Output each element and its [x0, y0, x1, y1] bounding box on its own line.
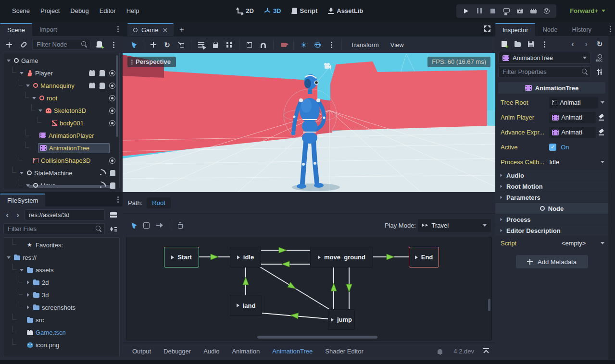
visibility-icon[interactable]	[109, 120, 115, 126]
filesystem-item-res-[interactable]: res://	[3, 251, 119, 264]
move-tool-icon[interactable]	[147, 39, 160, 51]
save-resource-icon[interactable]	[525, 38, 537, 49]
play-custom-scene-icon[interactable]	[527, 6, 539, 16]
scene-tree-item-body001[interactable]: body001	[3, 117, 119, 129]
3d-viewport[interactable]: Perspective FPS: 60 (16.67 ms)	[123, 53, 495, 192]
scale-tool-icon[interactable]	[175, 39, 188, 51]
checkbox-checked[interactable]: ✓	[549, 144, 556, 151]
transition-arrow-icon[interactable]	[282, 261, 289, 267]
list-select-icon[interactable]	[195, 39, 208, 51]
scene-tree-item-skeleton3d[interactable]: Skeleton3D	[3, 104, 119, 117]
filesystem-path-input[interactable]	[25, 209, 105, 220]
group-root-motion[interactable]: Root Motion	[495, 181, 608, 192]
script-icon[interactable]	[110, 182, 115, 189]
clear-icon[interactable]	[598, 129, 604, 135]
scene-tree-menu-button[interactable]	[108, 39, 119, 50]
visibility-icon[interactable]	[109, 70, 115, 76]
tab-import[interactable]: Import	[32, 23, 64, 36]
chevron-down-icon[interactable]	[19, 71, 25, 76]
connect-node-tool-icon[interactable]	[154, 220, 165, 231]
renderer-selector[interactable]: Forward+	[570, 7, 605, 14]
chevron-down-icon[interactable]	[19, 267, 25, 273]
play-icon[interactable]	[460, 6, 472, 16]
preview-camera-icon[interactable]	[277, 39, 290, 51]
graph-node-start[interactable]: Start	[164, 247, 199, 267]
property-process-callb-[interactable]: Process Callb...Idle	[495, 155, 608, 170]
chevron-down-icon[interactable]	[32, 96, 37, 101]
workspace-script[interactable]: Script	[292, 7, 318, 14]
chevron-down-icon[interactable]	[601, 161, 604, 163]
pause-icon[interactable]	[474, 6, 485, 16]
filesystem-item-assets[interactable]: assets	[3, 264, 119, 276]
tab-menu-icon[interactable]	[117, 196, 119, 203]
property-tools-icon[interactable]	[594, 66, 605, 77]
group-selected-icon[interactable]	[223, 39, 236, 51]
menu-project[interactable]: Project	[35, 5, 65, 17]
menu-help[interactable]: Help	[121, 5, 145, 17]
filesystem-item-src[interactable]: src	[3, 314, 119, 326]
scene-tree-item-animationtree[interactable]: AnimationTree	[3, 142, 119, 154]
transition-arrow-icon[interactable]	[346, 284, 352, 292]
property-advance-expr-[interactable]: Advance Expr...Animati	[495, 125, 608, 140]
graph-node-jump[interactable]: jump	[328, 309, 355, 330]
tab-menu-icon[interactable]	[609, 25, 611, 32]
group-editor-description[interactable]: Editor Description	[495, 225, 608, 236]
chevron-right-icon[interactable]	[25, 280, 31, 285]
delete-node-icon[interactable]	[175, 220, 186, 231]
notifications-bell-icon[interactable]	[434, 346, 446, 357]
visibility-icon[interactable]	[109, 158, 115, 164]
perspective-menu[interactable]: Perspective	[127, 57, 176, 67]
transition-arrow-icon[interactable]	[279, 247, 287, 253]
group-process[interactable]: Process	[495, 214, 608, 225]
movie-camera-icon[interactable]	[89, 84, 95, 88]
tab-node[interactable]: Node	[535, 23, 565, 36]
menu-debug[interactable]: Debug	[65, 5, 94, 17]
nav-forward-icon[interactable]: ›	[14, 209, 22, 220]
graph-node-end[interactable]: End	[409, 247, 439, 267]
split-mode-button[interactable]	[108, 209, 119, 220]
filesystem-item-favorites-[interactable]: Favorites:	[3, 239, 119, 251]
scene-tree-vscrollbar[interactable]	[116, 55, 118, 137]
scene-tree-item-mannequiny[interactable]: Mannequiny	[3, 79, 119, 92]
rotate-tool-icon[interactable]: ↻	[161, 39, 174, 51]
filesystem-item-2d[interactable]: 2d	[3, 276, 119, 289]
graph-node-idle[interactable]: idle	[230, 247, 261, 267]
chevron-down-icon[interactable]	[601, 101, 604, 104]
script-icon[interactable]	[110, 170, 115, 176]
movie-maker-icon[interactable]	[541, 6, 552, 16]
path-root-chip[interactable]: Root	[147, 197, 170, 208]
graph-node-land[interactable]: land	[230, 295, 262, 316]
graph-hscrollbar[interactable]	[257, 336, 377, 339]
transition-arrow-icon[interactable]	[290, 312, 299, 318]
maximize-viewport-icon[interactable]	[484, 25, 490, 32]
script-icon[interactable]	[100, 70, 105, 76]
transition-arrow-icon[interactable]	[387, 254, 394, 260]
play-mode-dropdown[interactable]: Travel	[418, 219, 491, 232]
lock-selected-icon[interactable]	[209, 39, 222, 51]
new-resource-icon[interactable]	[498, 38, 510, 49]
menu-editor[interactable]: Editor	[94, 5, 121, 17]
tab-history[interactable]: History	[565, 23, 599, 36]
signal-icon[interactable]	[100, 182, 106, 188]
tab-menu-icon[interactable]	[117, 25, 119, 32]
edited-object-selector[interactable]: AnimationTree	[498, 52, 591, 64]
select-node-tool-icon[interactable]	[127, 220, 138, 231]
scene-tree-item-player[interactable]: Player	[3, 67, 119, 79]
inspector-scroll-rail[interactable]	[608, 36, 615, 360]
group-parameters[interactable]: Parameters	[495, 192, 608, 203]
movie-camera-icon[interactable]	[89, 72, 95, 76]
chevron-down-icon[interactable]	[38, 108, 43, 113]
state-machine-graph[interactable]: Startidlemove_groundEndlandjump	[126, 237, 492, 340]
open-docs-icon[interactable]	[594, 52, 605, 63]
script-icon[interactable]	[100, 83, 105, 89]
add-metadata-button[interactable]: Add Metadata	[516, 255, 588, 268]
view-menu[interactable]: View	[385, 39, 409, 50]
transition-arrow-icon[interactable]	[243, 277, 249, 285]
create-node-tool-icon[interactable]	[140, 220, 152, 231]
chevron-down-icon[interactable]	[6, 255, 12, 260]
resource-picker[interactable]: Animati	[549, 127, 596, 138]
menu-scene[interactable]: Scene	[7, 5, 35, 17]
bottom-tab-animation[interactable]: Animation	[226, 345, 265, 358]
chevron-right-icon[interactable]	[25, 305, 31, 310]
graph-node-move_ground[interactable]: move_ground	[310, 247, 373, 267]
